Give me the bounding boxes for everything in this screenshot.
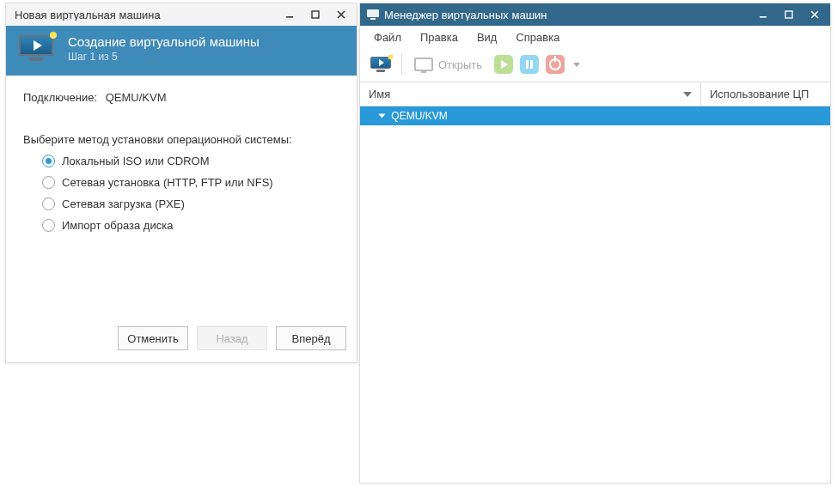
radio-network-install[interactable]: Сетевая установка (HTTP, FTP или NFS) bbox=[42, 176, 339, 189]
svg-rect-3 bbox=[370, 18, 376, 20]
power-icon bbox=[546, 55, 565, 74]
open-label: Открыть bbox=[438, 58, 482, 71]
forward-button-label: Вперёд bbox=[292, 332, 331, 345]
back-button: Назад bbox=[197, 326, 267, 350]
sort-indicator-icon bbox=[683, 92, 692, 97]
radio-indicator bbox=[42, 197, 55, 210]
toolbar-separator bbox=[401, 54, 402, 75]
manager-window-controls bbox=[751, 6, 827, 23]
close-button[interactable] bbox=[803, 6, 827, 23]
back-button-label: Назад bbox=[216, 332, 247, 345]
svg-rect-5 bbox=[785, 11, 792, 18]
shutdown-menu-button bbox=[571, 52, 580, 76]
wizard-heading: Создание виртуальной машины bbox=[68, 34, 260, 49]
wizard-step-text: Шаг 1 из 5 bbox=[68, 51, 260, 63]
manager-toolbar: Открыть bbox=[360, 49, 830, 82]
connection-row-label: QEMU/KVM bbox=[391, 110, 447, 122]
cancel-button[interactable]: Отменить bbox=[118, 326, 188, 350]
wizard-titlebar[interactable]: Новая виртуальная машина bbox=[6, 3, 357, 26]
manager-menubar: Файл Правка Вид Справка bbox=[360, 26, 830, 49]
svg-rect-2 bbox=[367, 9, 379, 17]
manager-titlebar[interactable]: Менеджер виртуальных машин bbox=[360, 3, 830, 26]
wizard-footer: Отменить Назад Вперёд bbox=[6, 318, 357, 362]
cancel-button-label: Отменить bbox=[127, 332, 178, 345]
minimize-button[interactable] bbox=[751, 6, 775, 23]
radio-label: Сетевая загрузка (PXE) bbox=[62, 197, 185, 210]
wizard-window-title: Новая виртуальная машина bbox=[11, 9, 278, 21]
menu-view[interactable]: Вид bbox=[468, 29, 506, 46]
pause-vm-button bbox=[520, 52, 539, 76]
virt-manager-window: Менеджер виртуальных машин Файл Правка В… bbox=[359, 3, 831, 483]
play-icon bbox=[494, 55, 513, 74]
forward-button[interactable]: Вперёд bbox=[276, 326, 346, 350]
tree-expand-icon[interactable] bbox=[379, 114, 386, 118]
column-cpu-label: Использование ЦП bbox=[710, 88, 809, 100]
column-name-label: Имя bbox=[369, 88, 390, 100]
radio-label: Сетевая установка (HTTP, FTP или NFS) bbox=[62, 176, 273, 189]
menu-file[interactable]: Файл bbox=[365, 29, 410, 46]
column-header-name[interactable]: Имя bbox=[360, 82, 701, 106]
monitor-off-icon bbox=[414, 58, 433, 71]
radio-indicator bbox=[42, 155, 55, 167]
shutdown-vm-button bbox=[546, 52, 565, 76]
menu-edit[interactable]: Правка bbox=[412, 29, 467, 46]
connection-row-qemu[interactable]: QEMU/KVM bbox=[360, 106, 830, 125]
connection-value: QEMU/KVM bbox=[106, 91, 167, 104]
column-header-cpu[interactable]: Использование ЦП bbox=[701, 82, 830, 106]
chevron-down-icon bbox=[573, 63, 580, 67]
radio-label: Локальный ISO или CDROM bbox=[62, 155, 210, 167]
wizard-header: Создание виртуальной машины Шаг 1 из 5 bbox=[6, 26, 357, 76]
radio-pxe[interactable]: Сетевая загрузка (PXE) bbox=[42, 197, 339, 210]
wizard-monitor-icon bbox=[16, 31, 56, 65]
vm-table-header: Имя Использование ЦП bbox=[360, 82, 830, 106]
wizard-body: Подключение: QEMU/KVM Выберите метод уст… bbox=[6, 76, 357, 318]
radio-label: Импорт образа диска bbox=[62, 219, 173, 232]
connection-label: Подключение: bbox=[23, 91, 97, 104]
maximize-button[interactable] bbox=[777, 6, 801, 23]
manager-window-title: Менеджер виртуальных машин bbox=[381, 9, 751, 21]
menu-help[interactable]: Справка bbox=[507, 29, 568, 46]
open-vm-button: Открыть bbox=[409, 52, 487, 76]
radio-indicator bbox=[42, 219, 55, 232]
radio-import-disk[interactable]: Импорт образа диска bbox=[42, 219, 339, 232]
close-button[interactable] bbox=[329, 6, 353, 23]
run-vm-button bbox=[494, 52, 513, 76]
wizard-window-controls bbox=[278, 6, 353, 23]
manager-app-icon bbox=[365, 8, 381, 21]
install-method-prompt: Выберите метод установки операционной си… bbox=[23, 133, 339, 146]
new-vm-wizard-window: Новая виртуальная машина Создание виртуа… bbox=[5, 3, 357, 363]
radio-local-iso[interactable]: Локальный ISO или CDROM bbox=[42, 155, 339, 167]
install-method-radio-group: Локальный ISO или CDROM Сетевая установк… bbox=[23, 155, 339, 232]
svg-rect-1 bbox=[312, 11, 319, 18]
radio-indicator bbox=[42, 176, 55, 189]
svg-rect-4 bbox=[760, 16, 767, 18]
pause-icon bbox=[520, 55, 539, 74]
maximize-button[interactable] bbox=[303, 6, 327, 23]
minimize-button[interactable] bbox=[278, 6, 302, 23]
svg-rect-0 bbox=[286, 16, 293, 18]
new-vm-button[interactable] bbox=[367, 52, 394, 76]
